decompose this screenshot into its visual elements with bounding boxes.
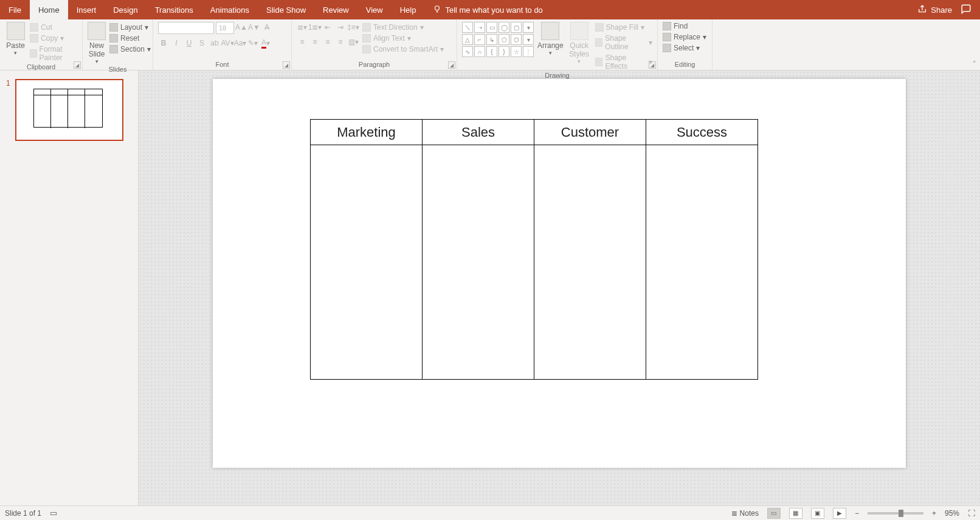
decrease-indent-button[interactable]: ⇤	[322, 22, 333, 33]
shape-hex-icon[interactable]: ⬡	[511, 34, 522, 45]
comments-icon[interactable]	[961, 4, 971, 16]
table-header-2[interactable]: Sales	[423, 120, 534, 145]
select-button[interactable]: Select ▾	[663, 44, 700, 52]
copy-button[interactable]: Copy ▾	[30, 34, 77, 43]
increase-indent-button[interactable]: ⇥	[335, 22, 346, 33]
strike-button[interactable]: S	[196, 38, 207, 49]
italic-button[interactable]: I	[171, 38, 182, 49]
shape-more-row2[interactable]: ▾	[523, 34, 534, 45]
shape-fill-button[interactable]: Shape Fill ▾	[595, 23, 652, 32]
quick-styles-button[interactable]: Quick Styles ▾	[567, 22, 592, 64]
spellcheck-icon[interactable]: ▭	[50, 508, 57, 518]
line-spacing-button[interactable]: ‡≡▾	[348, 22, 359, 33]
find-button[interactable]: Find	[663, 22, 688, 30]
shape-line-icon[interactable]: ＼	[462, 22, 473, 33]
paste-button[interactable]: Paste ▾	[5, 22, 26, 56]
convert-smartart-button[interactable]: Convert to SmartArt ▾	[362, 45, 444, 53]
tab-design[interactable]: Design	[105, 0, 146, 19]
decrease-font-icon[interactable]: A▼	[249, 22, 260, 33]
new-slide-button[interactable]: New Slide ▾	[88, 22, 106, 64]
shape-more-row1[interactable]: ▾	[523, 22, 534, 33]
shadow-button[interactable]: ab	[209, 38, 220, 49]
zoom-level[interactable]: 95%	[945, 509, 959, 518]
tab-view[interactable]: View	[357, 0, 392, 19]
table-cell-3[interactable]	[534, 145, 646, 380]
paragraph-launcher[interactable]: ◢	[448, 61, 455, 69]
reading-view-button[interactable]: ▣	[811, 508, 824, 519]
bold-button[interactable]: B	[158, 38, 169, 49]
clear-format-icon[interactable]: A̶	[261, 22, 272, 33]
tab-review[interactable]: Review	[314, 0, 357, 19]
font-color-button[interactable]: A▾	[260, 38, 271, 49]
shape-expand-icon[interactable]: ⋮	[523, 46, 534, 57]
table-header-1[interactable]: Marketing	[311, 120, 423, 145]
char-spacing-button[interactable]: AV▾	[222, 38, 233, 49]
table-cell-1[interactable]	[311, 145, 423, 380]
reset-button[interactable]: Reset	[109, 34, 151, 43]
share-button[interactable]: Share	[917, 4, 952, 16]
numbering-button[interactable]: 1≣▾	[309, 22, 320, 33]
replace-button[interactable]: Replace ▾	[663, 33, 706, 41]
shape-curve-icon[interactable]: ∿	[462, 46, 473, 57]
tab-animations[interactable]: Animations	[202, 0, 258, 19]
shape-brace2-icon[interactable]: }	[499, 46, 509, 57]
zoom-in-button[interactable]: +	[932, 509, 936, 518]
tab-home[interactable]: Home	[30, 0, 68, 19]
tab-slide-show[interactable]: Slide Show	[258, 0, 314, 19]
shapes-gallery[interactable]: ＼ ➝ ▭ ◯ ▢ ▾ △ ⌐ ↳ ⬠ ⬡ ▾ ∿ ∩ { } ☆ ⋮	[462, 22, 534, 57]
shape-rect-icon[interactable]: ▭	[486, 22, 497, 33]
sorter-view-button[interactable]: ▦	[789, 508, 802, 519]
fit-slide-button[interactable]: ⛶	[968, 509, 975, 518]
format-painter-button[interactable]: Format Painter	[30, 45, 77, 62]
shape-free-icon[interactable]: ∩	[474, 46, 485, 57]
slide-thumbnail-1[interactable]	[15, 79, 123, 141]
clipboard-launcher[interactable]: ◢	[74, 61, 81, 69]
notes-button[interactable]: ≣Notes	[731, 509, 759, 518]
align-right-button[interactable]: ≡	[322, 36, 333, 47]
table-cell-2[interactable]	[423, 145, 534, 380]
tab-help[interactable]: Help	[392, 0, 425, 19]
align-text-button[interactable]: Align Text ▾	[362, 34, 444, 43]
change-case-button[interactable]: Aa▾	[235, 38, 246, 49]
shape-arrow-icon[interactable]: ➝	[474, 22, 485, 33]
shape-elbow-icon[interactable]: ⌐	[474, 34, 485, 45]
tab-file[interactable]: File	[0, 0, 30, 19]
font-size-box[interactable]	[216, 22, 234, 34]
collapse-ribbon-icon[interactable]: ˄	[973, 60, 976, 68]
shape-star-icon[interactable]: ☆	[511, 46, 522, 57]
shape-brace1-icon[interactable]: {	[486, 46, 497, 57]
increase-font-icon[interactable]: A▲	[236, 22, 247, 33]
underline-button[interactable]: U	[184, 38, 195, 49]
cut-button[interactable]: Cut	[30, 23, 77, 32]
shape-roundrect-icon[interactable]: ▢	[511, 22, 522, 33]
slide-canvas-area[interactable]: Marketing Sales Customer Success	[139, 70, 980, 505]
align-center-button[interactable]: ≡	[309, 36, 320, 47]
tab-transitions[interactable]: Transitions	[147, 0, 202, 19]
layout-button[interactable]: Layout ▾	[109, 23, 151, 32]
table-header-4[interactable]: Success	[646, 120, 758, 145]
zoom-out-button[interactable]: −	[855, 509, 859, 518]
shape-arrow2-icon[interactable]: ↳	[486, 34, 497, 45]
drawing-launcher[interactable]: ◢	[649, 61, 656, 69]
arrange-button[interactable]: Arrange ▾	[537, 22, 564, 56]
shape-effects-button[interactable]: Shape Effects ▾	[595, 53, 652, 70]
highlight-button[interactable]: ✎▾	[247, 38, 258, 49]
slide[interactable]: Marketing Sales Customer Success	[213, 79, 906, 468]
columns-button[interactable]: ▥▾	[348, 36, 359, 47]
bullets-button[interactable]: ≣▾	[297, 22, 308, 33]
justify-button[interactable]: ≡	[335, 36, 346, 47]
slideshow-view-button[interactable]: ▶	[833, 508, 846, 519]
table-cell-4[interactable]	[646, 145, 758, 380]
slide-table[interactable]: Marketing Sales Customer Success	[310, 119, 758, 380]
font-name-box[interactable]	[158, 22, 214, 34]
table-header-3[interactable]: Customer	[534, 120, 646, 145]
shape-pentagon-icon[interactable]: ⬠	[499, 34, 509, 45]
font-launcher[interactable]: ◢	[283, 61, 290, 69]
shape-triangle-icon[interactable]: △	[462, 34, 473, 45]
shape-outline-button[interactable]: Shape Outline ▾	[595, 34, 652, 51]
normal-view-button[interactable]: ▭	[767, 508, 781, 519]
tab-insert[interactable]: Insert	[68, 0, 105, 19]
align-left-button[interactable]: ≡	[297, 36, 308, 47]
section-button[interactable]: Section ▾	[109, 45, 151, 53]
text-direction-button[interactable]: Text Direction ▾	[362, 23, 444, 32]
